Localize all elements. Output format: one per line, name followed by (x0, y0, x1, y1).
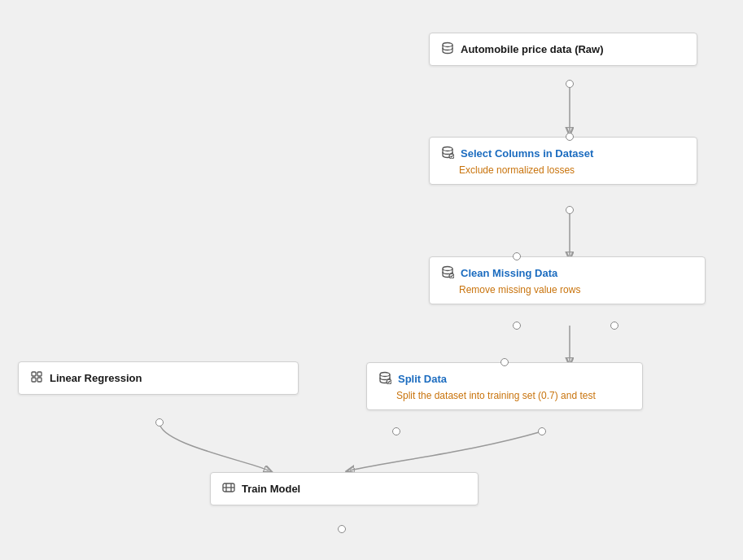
node-automobile[interactable]: Automobile price data (Raw) (429, 33, 697, 66)
node-automobile-title: Automobile price data (Raw) (461, 43, 604, 55)
node-clean-missing-title: Clean Missing Data (461, 267, 557, 279)
svg-point-9 (380, 373, 390, 377)
database-icon (441, 42, 454, 57)
dot-select-in[interactable] (566, 133, 574, 141)
svg-rect-5 (32, 372, 36, 376)
dot-split-out-left[interactable] (392, 427, 400, 435)
node-select-columns-title: Select Columns in Dataset (461, 147, 593, 160)
node-select-columns-subtitle: Exclude normalized losses (441, 164, 685, 176)
node-linear-regression[interactable]: Linear Regression (18, 361, 299, 395)
clean-icon (441, 265, 454, 281)
dot-split-in[interactable] (500, 358, 509, 366)
node-linear-regression-title: Linear Regression (50, 372, 142, 384)
svg-rect-7 (32, 378, 36, 382)
split-icon (378, 371, 391, 387)
svg-rect-8 (37, 378, 42, 382)
dot-clean-out-right[interactable] (610, 322, 618, 330)
dot-select-out[interactable] (566, 206, 574, 214)
dot-clean-in[interactable] (513, 252, 521, 260)
node-select-columns[interactable]: Select Columns in Dataset Exclude normal… (429, 137, 697, 185)
dot-automobile-out[interactable] (566, 80, 574, 88)
node-select-columns-header: Select Columns in Dataset (441, 146, 685, 161)
node-split-data-title: Split Data (398, 373, 447, 385)
node-linear-regression-header: Linear Regression (30, 370, 286, 386)
svg-point-3 (443, 267, 452, 271)
node-automobile-header: Automobile price data (Raw) (441, 42, 685, 57)
dot-clean-out-left[interactable] (513, 322, 521, 330)
node-clean-missing-subtitle: Remove missing value rows (441, 284, 693, 295)
train-model-icon (222, 481, 235, 497)
node-split-data-subtitle: Split the dataset into training set (0.7… (378, 390, 631, 401)
dot-linear-out[interactable] (155, 418, 164, 427)
node-clean-missing[interactable]: Clean Missing Data Remove missing value … (429, 256, 706, 304)
linear-regression-icon (30, 370, 43, 386)
select-icon (441, 146, 454, 161)
svg-rect-6 (37, 372, 42, 376)
node-split-data-header: Split Data (378, 371, 631, 387)
pipeline-canvas: Automobile price data (Raw) Select Colum… (0, 0, 743, 560)
dot-train-out[interactable] (338, 525, 346, 533)
node-train-model-header: Train Model (222, 481, 466, 497)
svg-point-1 (443, 147, 452, 151)
node-train-model-title: Train Model (242, 483, 300, 495)
node-train-model[interactable]: Train Model (210, 472, 479, 505)
svg-point-0 (443, 43, 452, 47)
node-split-data[interactable]: Split Data Split the dataset into traini… (366, 362, 643, 410)
node-clean-missing-header: Clean Missing Data (441, 265, 693, 281)
dot-split-out-right[interactable] (538, 427, 546, 435)
